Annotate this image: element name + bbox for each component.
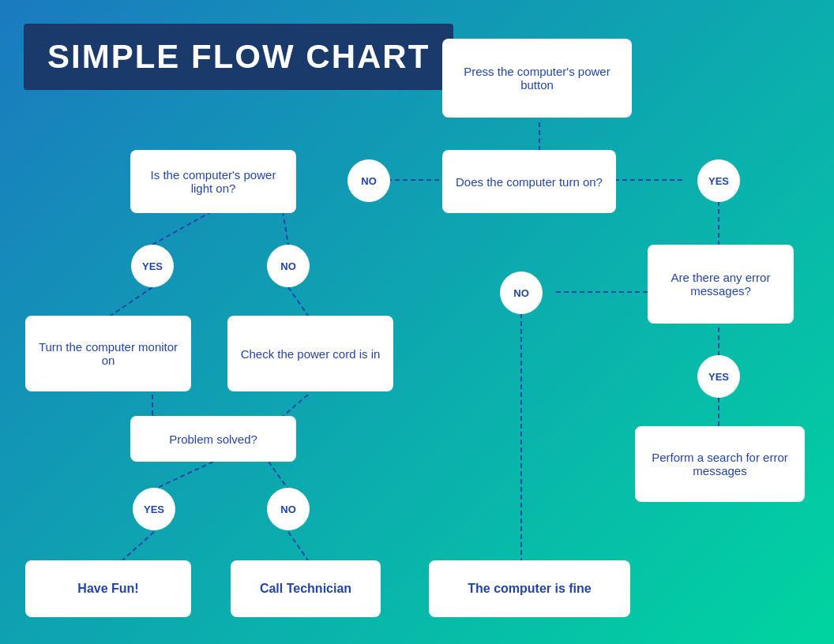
does-turn-on-box: Does the computer turn on? — [442, 150, 616, 213]
no-circle-error: NO — [500, 271, 543, 314]
svg-line-6 — [288, 287, 308, 316]
yes-circle-problem: YES — [133, 488, 175, 530]
no-circle-turn-on: NO — [348, 159, 390, 202]
power-light-box: Is the computer's power light on? — [130, 150, 296, 213]
no-circle-power-light: NO — [267, 245, 310, 287]
press-power-box: Press the computer's power button — [442, 39, 632, 118]
svg-line-12 — [122, 532, 154, 560]
yes-circle-error: YES — [697, 355, 740, 398]
turn-monitor-box: Turn the computer monitor on — [25, 316, 191, 391]
computer-fine-box: The computer is fine — [429, 560, 630, 617]
yes-circle-power-light: YES — [131, 245, 174, 287]
check-power-cord-box: Check the power cord is in — [227, 316, 393, 391]
svg-line-4 — [283, 212, 288, 245]
perform-search-box: Perform a search for error messages — [635, 426, 805, 502]
problem-solved-box: Problem solved? — [130, 416, 296, 462]
svg-line-13 — [288, 532, 308, 560]
have-fun-box: Have Fun! — [25, 560, 191, 617]
yes-circle-turn-on: YES — [697, 159, 740, 202]
svg-line-10 — [154, 462, 213, 489]
call-technician-box: Call Technician — [231, 560, 381, 617]
svg-line-5 — [111, 287, 152, 316]
svg-line-11 — [269, 462, 288, 489]
no-circle-problem: NO — [267, 488, 310, 530]
error-messages-box: Are there any error messages? — [648, 245, 794, 324]
chart-title: SIMPLE FLOW CHART — [24, 24, 453, 90]
svg-line-3 — [152, 212, 212, 245]
